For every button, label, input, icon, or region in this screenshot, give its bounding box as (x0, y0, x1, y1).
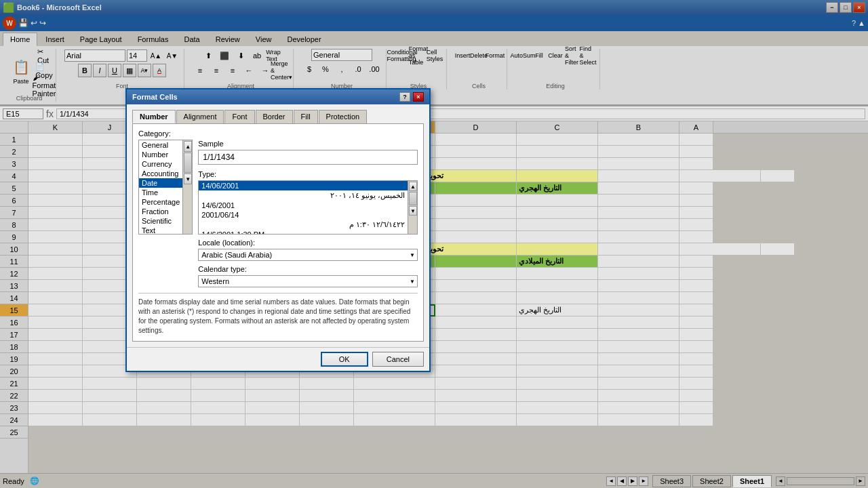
category-number[interactable]: Number (139, 150, 182, 159)
right-panel: Sample 1/1/1434 Type: 14/06/2001 الخميس،… (198, 140, 418, 287)
dialog-tab-protection[interactable]: Protection (319, 110, 368, 123)
category-date[interactable]: Date (139, 178, 182, 188)
locale-label: Locale (location): (198, 239, 418, 247)
category-scientific[interactable]: Scientific (139, 216, 182, 226)
category-list-wrapper: General Number Currency Accounting Date … (138, 140, 193, 235)
dialog-tab-alignment[interactable]: Alignment (176, 110, 224, 123)
type-item-1[interactable]: الخميس، يونيو ١٤، ٢٠٠١ (199, 190, 408, 201)
category-accounting[interactable]: Accounting (139, 169, 182, 178)
category-text[interactable]: Text (139, 226, 182, 234)
dialog-help-button[interactable]: ? (399, 92, 410, 102)
category-currency[interactable]: Currency (139, 159, 182, 169)
category-general[interactable]: General (139, 140, 182, 150)
type-list[interactable]: 14/06/2001 الخميس، يونيو ١٤، ٢٠٠١ 14/6/2… (199, 181, 408, 234)
ok-button[interactable]: OK (321, 352, 368, 367)
category-percentage[interactable]: Percentage (139, 197, 182, 207)
locale-select-wrapper: Arabic (Saudi Arabia) (198, 249, 418, 261)
type-list-scrollbar[interactable]: ▲ ▼ (408, 181, 417, 234)
calendar-select-wrapper: Western (198, 275, 418, 287)
dialog-tab-list: Number Alignment Font Border Fill Protec… (132, 110, 424, 123)
dialog-close-button[interactable]: × (413, 92, 424, 102)
dialog-title: Format Cells (132, 93, 178, 101)
sample-label: Sample (198, 140, 418, 148)
type-item-0[interactable]: 14/06/2001 (199, 181, 408, 190)
category-fraction[interactable]: Fraction (139, 207, 182, 216)
category-label: Category: (138, 129, 418, 138)
category-list[interactable]: General Number Currency Accounting Date … (139, 140, 182, 234)
sample-box: 1/1/1434 (198, 150, 418, 165)
category-section: General Number Currency Accounting Date … (138, 140, 193, 287)
dialog-tab-fill[interactable]: Fill (294, 110, 318, 123)
type-item-3[interactable]: 2001/06/14 (199, 210, 408, 220)
dialog-footer: OK Cancel (127, 347, 429, 371)
locale-select[interactable]: Arabic (Saudi Arabia) (198, 249, 418, 261)
dialog-tab-content: Category: General Number Currency Accoun… (132, 123, 424, 342)
cancel-button[interactable]: Cancel (372, 352, 424, 367)
dialog-overlay: Format Cells ? × Number Alignment Font B… (0, 0, 868, 488)
type-item-5[interactable]: 14/6/2001 1:30 PM (199, 230, 408, 234)
type-item-2[interactable]: 14/6/2001 (199, 201, 408, 210)
category-scrollbar[interactable]: ▲ ▼ (182, 140, 192, 234)
format-cells-dialog: Format Cells ? × Number Alignment Font B… (125, 88, 431, 372)
category-time[interactable]: Time (139, 188, 182, 197)
dialog-titlebar: Format Cells ? × (127, 89, 429, 104)
type-list-wrapper: 14/06/2001 الخميس، يونيو ١٤، ٢٠٠١ 14/6/2… (198, 180, 418, 235)
calendar-select[interactable]: Western (198, 275, 418, 287)
format-cells-body: General Number Currency Accounting Date … (138, 140, 418, 287)
dialog-tab-border[interactable]: Border (256, 110, 293, 123)
dialog-body: Number Alignment Font Border Fill Protec… (127, 104, 429, 347)
dialog-tab-number[interactable]: Number (132, 110, 176, 123)
type-label: Type: (198, 170, 418, 178)
description-box: Date formats display date and time seria… (138, 293, 418, 336)
type-item-4[interactable]: ١٢/٦/١٤٢٢ ١:٣٠ م (199, 220, 408, 230)
dialog-tab-font[interactable]: Font (224, 110, 254, 123)
calendar-label: Calendar type: (198, 265, 418, 273)
